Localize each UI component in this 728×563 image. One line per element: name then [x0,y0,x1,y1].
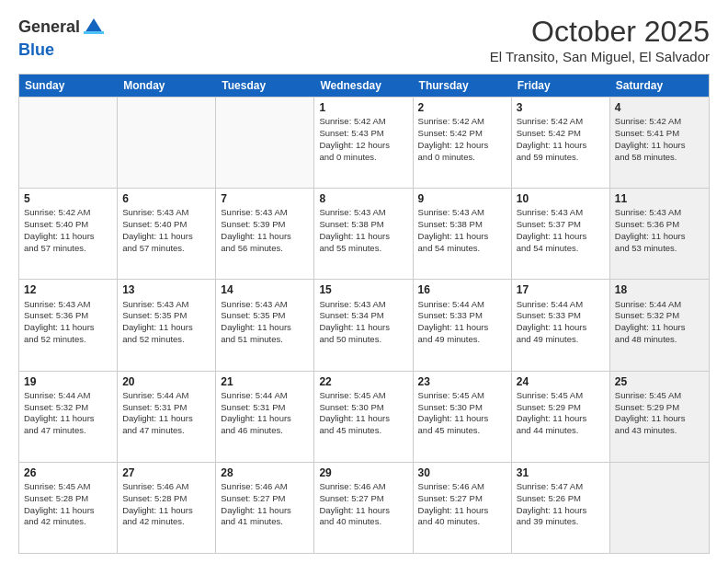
day-number: 6 [122,191,210,206]
calendar-cell: 29Sunrise: 5:46 AM Sunset: 5:27 PM Dayli… [314,463,413,553]
day-number: 27 [122,465,210,480]
calendar-cell: 22Sunrise: 5:45 AM Sunset: 5:30 PM Dayli… [314,372,413,462]
calendar-cell: 12Sunrise: 5:43 AM Sunset: 5:36 PM Dayli… [19,280,118,370]
day-number: 1 [319,100,407,115]
day-number: 3 [517,100,605,115]
day-number: 18 [615,282,704,297]
calendar-row-1: 1Sunrise: 5:42 AM Sunset: 5:43 PM Daylig… [19,97,709,188]
month-title: October 2025 [490,15,710,49]
day-number: 12 [24,282,112,297]
calendar-cell [19,98,118,188]
day-info: Sunrise: 5:43 AM Sunset: 5:40 PM Dayligh… [122,207,210,254]
day-number: 16 [418,282,506,297]
day-number: 11 [615,191,704,206]
day-info: Sunrise: 5:45 AM Sunset: 5:28 PM Dayligh… [24,481,112,528]
day-number: 14 [221,282,309,297]
day-info: Sunrise: 5:45 AM Sunset: 5:30 PM Dayligh… [418,390,506,437]
svg-marker-0 [85,18,103,33]
day-info: Sunrise: 5:43 AM Sunset: 5:39 PM Dayligh… [221,207,309,254]
calendar-cell: 14Sunrise: 5:43 AM Sunset: 5:35 PM Dayli… [216,280,314,370]
location-title: El Transito, San Miguel, El Salvador [490,49,710,64]
day-info: Sunrise: 5:42 AM Sunset: 5:43 PM Dayligh… [319,116,407,163]
day-number: 17 [517,282,605,297]
day-number: 28 [221,465,309,480]
day-info: Sunrise: 5:43 AM Sunset: 5:36 PM Dayligh… [615,207,704,254]
calendar-cell: 3Sunrise: 5:42 AM Sunset: 5:42 PM Daylig… [512,98,610,188]
calendar-cell: 21Sunrise: 5:44 AM Sunset: 5:31 PM Dayli… [216,372,314,462]
calendar-cell: 30Sunrise: 5:46 AM Sunset: 5:27 PM Dayli… [414,463,512,553]
day-number: 7 [221,191,309,206]
day-info: Sunrise: 5:45 AM Sunset: 5:30 PM Dayligh… [319,390,407,437]
calendar-row-2: 5Sunrise: 5:42 AM Sunset: 5:40 PM Daylig… [19,188,709,279]
day-info: Sunrise: 5:46 AM Sunset: 5:28 PM Dayligh… [122,481,210,528]
calendar-cell: 11Sunrise: 5:43 AM Sunset: 5:36 PM Dayli… [610,189,709,279]
calendar-cell [610,463,709,553]
calendar-cell: 4Sunrise: 5:42 AM Sunset: 5:41 PM Daylig… [610,98,709,188]
day-info: Sunrise: 5:47 AM Sunset: 5:26 PM Dayligh… [517,481,605,528]
header-day-wednesday: Wednesday [314,75,413,97]
day-info: Sunrise: 5:46 AM Sunset: 5:27 PM Dayligh… [418,481,506,528]
calendar-cell: 28Sunrise: 5:46 AM Sunset: 5:27 PM Dayli… [216,463,314,553]
logo-icon [81,15,107,40]
day-info: Sunrise: 5:42 AM Sunset: 5:42 PM Dayligh… [517,116,605,163]
day-number: 22 [319,374,407,389]
calendar-cell: 16Sunrise: 5:44 AM Sunset: 5:33 PM Dayli… [414,280,512,370]
calendar-row-4: 19Sunrise: 5:44 AM Sunset: 5:32 PM Dayli… [19,371,709,462]
calendar-cell: 2Sunrise: 5:42 AM Sunset: 5:42 PM Daylig… [414,98,512,188]
day-info: Sunrise: 5:43 AM Sunset: 5:38 PM Dayligh… [319,207,407,254]
logo-general: General [18,17,80,36]
day-number: 13 [122,282,210,297]
logo: General Blue [18,15,108,61]
calendar-cell: 31Sunrise: 5:47 AM Sunset: 5:26 PM Dayli… [512,463,610,553]
day-info: Sunrise: 5:43 AM Sunset: 5:36 PM Dayligh… [24,299,112,346]
day-number: 9 [418,191,506,206]
svg-rect-1 [84,31,104,34]
day-number: 31 [517,465,605,480]
calendar-cell: 17Sunrise: 5:44 AM Sunset: 5:33 PM Dayli… [512,280,610,370]
day-info: Sunrise: 5:43 AM Sunset: 5:35 PM Dayligh… [221,299,309,346]
day-info: Sunrise: 5:42 AM Sunset: 5:41 PM Dayligh… [615,116,704,163]
day-info: Sunrise: 5:46 AM Sunset: 5:27 PM Dayligh… [221,481,309,528]
header-day-tuesday: Tuesday [216,75,314,97]
calendar-cell: 18Sunrise: 5:44 AM Sunset: 5:32 PM Dayli… [610,280,709,370]
header-day-saturday: Saturday [610,75,709,97]
calendar-body: 1Sunrise: 5:42 AM Sunset: 5:43 PM Daylig… [19,97,709,553]
day-info: Sunrise: 5:45 AM Sunset: 5:29 PM Dayligh… [517,390,605,437]
calendar-cell: 15Sunrise: 5:43 AM Sunset: 5:34 PM Dayli… [314,280,413,370]
day-info: Sunrise: 5:43 AM Sunset: 5:38 PM Dayligh… [418,207,506,254]
day-number: 2 [418,100,506,115]
header-day-sunday: Sunday [19,75,118,97]
logo-blue: Blue [18,40,54,59]
calendar-cell: 19Sunrise: 5:44 AM Sunset: 5:32 PM Dayli… [19,372,118,462]
day-info: Sunrise: 5:44 AM Sunset: 5:31 PM Dayligh… [221,390,309,437]
calendar-cell: 25Sunrise: 5:45 AM Sunset: 5:29 PM Dayli… [610,372,709,462]
day-number: 30 [418,465,506,480]
day-info: Sunrise: 5:45 AM Sunset: 5:29 PM Dayligh… [615,390,704,437]
day-info: Sunrise: 5:43 AM Sunset: 5:34 PM Dayligh… [319,299,407,346]
day-number: 15 [319,282,407,297]
header: General Blue October 2025 El Transito, S… [18,15,710,64]
day-number: 21 [221,374,309,389]
calendar-row-5: 26Sunrise: 5:45 AM Sunset: 5:28 PM Dayli… [19,462,709,553]
calendar-cell: 20Sunrise: 5:44 AM Sunset: 5:31 PM Dayli… [118,372,216,462]
calendar-cell [216,98,314,188]
calendar-cell: 5Sunrise: 5:42 AM Sunset: 5:40 PM Daylig… [19,189,118,279]
calendar-cell: 23Sunrise: 5:45 AM Sunset: 5:30 PM Dayli… [414,372,512,462]
day-info: Sunrise: 5:44 AM Sunset: 5:31 PM Dayligh… [122,390,210,437]
calendar-cell: 1Sunrise: 5:42 AM Sunset: 5:43 PM Daylig… [314,98,413,188]
header-day-monday: Monday [118,75,216,97]
day-info: Sunrise: 5:46 AM Sunset: 5:27 PM Dayligh… [319,481,407,528]
day-info: Sunrise: 5:43 AM Sunset: 5:35 PM Dayligh… [122,299,210,346]
day-number: 5 [24,191,112,206]
calendar-row-3: 12Sunrise: 5:43 AM Sunset: 5:36 PM Dayli… [19,279,709,370]
day-number: 26 [24,465,112,480]
day-info: Sunrise: 5:43 AM Sunset: 5:37 PM Dayligh… [517,207,605,254]
day-info: Sunrise: 5:42 AM Sunset: 5:42 PM Dayligh… [418,116,506,163]
day-number: 4 [615,100,704,115]
calendar-cell: 8Sunrise: 5:43 AM Sunset: 5:38 PM Daylig… [314,189,413,279]
calendar-cell: 10Sunrise: 5:43 AM Sunset: 5:37 PM Dayli… [512,189,610,279]
calendar-cell: 24Sunrise: 5:45 AM Sunset: 5:29 PM Dayli… [512,372,610,462]
day-number: 8 [319,191,407,206]
day-info: Sunrise: 5:44 AM Sunset: 5:32 PM Dayligh… [615,299,704,346]
calendar-cell: 26Sunrise: 5:45 AM Sunset: 5:28 PM Dayli… [19,463,118,553]
